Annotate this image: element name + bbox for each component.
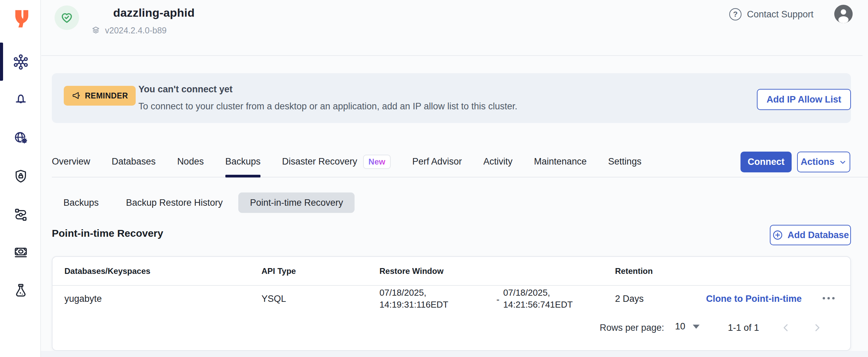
user-avatar[interactable]: [834, 5, 853, 23]
cell-restore-from: 07/18/2025, 14:19:31:116EDT: [379, 287, 448, 311]
row-overflow-menu[interactable]: [823, 297, 835, 299]
subtab-backup-restore-history[interactable]: Backup Restore History: [115, 192, 235, 213]
security-shield-lock-icon: [13, 168, 29, 184]
avatar-person-icon: [834, 5, 853, 23]
pitr-table-card: Databases/Keyspaces API Type Restore Win…: [52, 256, 851, 351]
clone-to-point-in-time-link[interactable]: Clone to Point-in-time: [706, 294, 802, 304]
table-header-divider: [53, 285, 850, 286]
cluster-health-badge: [55, 5, 79, 30]
integrations-flow-icon: [13, 206, 29, 222]
contact-support-label: Contact Support: [747, 9, 813, 20]
add-database-button[interactable]: Add Database: [770, 225, 851, 245]
add-ip-allow-list-button[interactable]: Add IP Allow List: [757, 89, 851, 110]
reminder-badge-label: REMINDER: [85, 91, 128, 100]
cell-restore-to: 07/18/2025, 14:21:56:741EDT: [503, 287, 573, 311]
header-divider: [41, 55, 863, 56]
sidebar-item-billing[interactable]: [12, 244, 29, 261]
subtab-point-in-time-recovery[interactable]: Point-in-time Recovery: [238, 192, 355, 213]
column-header-restore-window: Restore Window: [379, 266, 444, 276]
plus-circle-icon: [772, 229, 783, 241]
new-badge: New: [363, 155, 391, 169]
megaphone-icon: [71, 91, 81, 101]
cluster-name: dazzling-aphid: [113, 6, 195, 19]
cluster-hub-icon: [13, 54, 29, 70]
cell-api-type: YSQL: [261, 294, 286, 304]
tab-settings[interactable]: Settings: [608, 146, 642, 177]
backups-subtabs: Backups Backup Restore History Point-in-…: [52, 192, 355, 213]
sidebar-item-cluster[interactable]: [12, 53, 29, 71]
page-footer-strip: [41, 351, 868, 357]
rows-per-page-select[interactable]: 10: [675, 321, 700, 332]
yugabyte-logo[interactable]: [12, 9, 31, 28]
next-page-button[interactable]: [812, 323, 822, 333]
previous-page-button[interactable]: [781, 323, 791, 333]
tab-maintenance[interactable]: Maintenance: [534, 146, 587, 177]
contact-support-link[interactable]: ? Contact Support: [729, 8, 813, 20]
chevron-left-icon: [781, 323, 791, 333]
chevron-right-icon: [812, 323, 822, 333]
rows-per-page-value: 10: [675, 321, 685, 332]
layers-icon: [91, 25, 101, 35]
sidebar-item-network[interactable]: [12, 129, 29, 146]
tab-activity[interactable]: Activity: [483, 146, 513, 177]
active-nav-indicator: [0, 43, 3, 81]
banner-title: You can't connect yet: [138, 84, 233, 95]
column-header-retention: Retention: [615, 266, 653, 276]
help-icon: ?: [729, 8, 742, 20]
sidebar-item-alerts[interactable]: [12, 90, 29, 107]
actions-button[interactable]: Actions: [797, 152, 850, 172]
tab-nodes[interactable]: Nodes: [177, 146, 204, 177]
cluster-version: v2024.2.4.0-b89: [91, 25, 167, 35]
banner-message: To connect to your cluster from a deskto…: [138, 101, 518, 112]
chevron-down-icon: [839, 158, 847, 166]
tab-perf-advisor[interactable]: Perf Advisor: [412, 146, 462, 177]
restore-window-separator: -: [496, 294, 499, 305]
labs-flask-icon: [13, 282, 29, 298]
tab-backups[interactable]: Backups: [225, 146, 261, 177]
sidebar: [0, 0, 41, 357]
billing-icon: [13, 244, 29, 260]
tab-disaster-recovery[interactable]: Disaster Recovery New: [282, 146, 391, 177]
sidebar-item-security[interactable]: [12, 168, 29, 185]
reminder-badge: REMINDER: [64, 86, 136, 106]
page-title: Point-in-time Recovery: [52, 228, 163, 239]
rows-per-page-label: Rows per page:: [600, 323, 664, 333]
cell-retention: 2 Days: [615, 294, 644, 304]
sidebar-item-labs[interactable]: [12, 282, 29, 299]
tab-databases[interactable]: Databases: [112, 146, 156, 177]
caret-down-icon: [693, 325, 700, 329]
heart-check-icon: [59, 10, 74, 25]
column-header-api-type: API Type: [261, 266, 296, 276]
pagination-range: 1-1 of 1: [728, 323, 759, 333]
connect-button[interactable]: Connect: [740, 152, 792, 172]
column-header-databases: Databases/Keyspaces: [64, 266, 150, 276]
sidebar-item-integrations[interactable]: [12, 205, 29, 222]
tab-overview[interactable]: Overview: [52, 146, 90, 177]
version-label: v2024.2.4.0-b89: [105, 26, 167, 35]
reminder-banner: REMINDER You can't connect yet To connec…: [52, 73, 851, 123]
cell-database: yugabyte: [64, 294, 102, 304]
network-globe-gear-icon: [13, 130, 29, 146]
subtab-backups[interactable]: Backups: [52, 192, 110, 213]
alerts-bell-icon: [13, 91, 29, 107]
